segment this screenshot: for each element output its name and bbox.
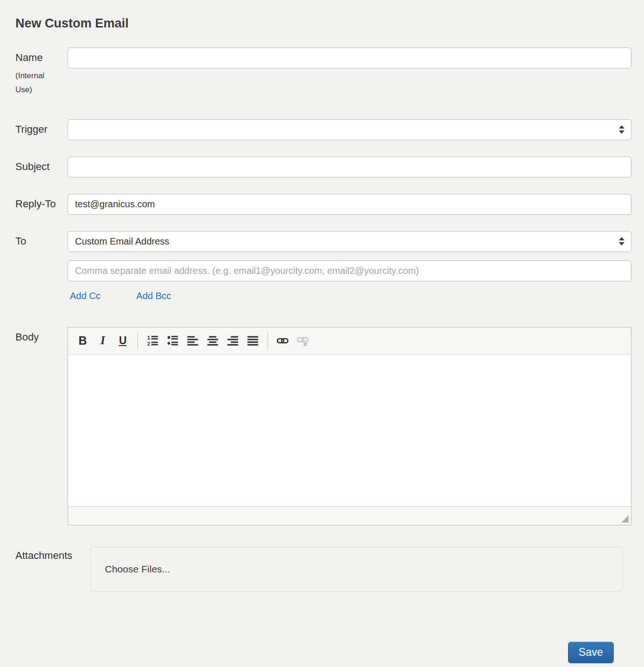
chevron-up-icon [619, 237, 624, 240]
name-sublabel: (Internal Use) [15, 69, 57, 97]
to-selected-value: Custom Email Address [75, 236, 169, 247]
name-label-text: Name [15, 52, 43, 63]
custom-email-input[interactable] [68, 260, 631, 281]
editor-toolbar: B I U 1 2 [68, 327, 631, 354]
chevron-down-icon [619, 242, 624, 245]
cc-bcc-links-row: Add Cc Add Bcc [15, 291, 631, 301]
svg-text:1: 1 [147, 335, 150, 340]
resize-grip-icon[interactable] [621, 515, 629, 523]
align-left-button[interactable] [183, 331, 203, 350]
remove-link-button[interactable] [293, 331, 313, 350]
subject-input[interactable] [68, 157, 631, 177]
trigger-label: Trigger [15, 119, 68, 136]
align-justify-icon [247, 335, 259, 347]
unlink-icon [296, 334, 309, 347]
underline-icon: U [119, 334, 127, 347]
select-arrows-icon [619, 237, 624, 245]
choose-files-label: Choose Files... [105, 564, 170, 575]
body-label: Body [15, 327, 68, 343]
toolbar-separator [137, 332, 138, 349]
underline-button[interactable]: U [113, 331, 133, 350]
name-input[interactable] [68, 48, 631, 68]
italic-button[interactable]: I [93, 331, 113, 350]
attachments-dropzone[interactable]: Choose Files... [90, 547, 623, 592]
reply-to-row: Reply-To [15, 194, 631, 215]
subject-row: Subject [15, 157, 631, 177]
reply-to-label: Reply-To [15, 194, 68, 210]
unordered-list-button[interactable] [163, 331, 183, 350]
to-select[interactable]: Custom Email Address [68, 231, 631, 252]
to-row: To Custom Email Address [15, 231, 631, 252]
chevron-up-icon [619, 125, 624, 129]
body-row: Body B I U 1 2 [15, 327, 631, 525]
custom-email-row [15, 260, 631, 281]
svg-text:2: 2 [147, 341, 150, 347]
to-label: To [15, 231, 68, 247]
bold-icon: B [78, 334, 87, 347]
trigger-row: Trigger [15, 119, 631, 140]
chevron-down-icon [619, 130, 624, 134]
body-content[interactable] [68, 354, 631, 506]
align-center-icon [207, 335, 219, 347]
attachments-row: Attachments Choose Files... [15, 547, 631, 592]
select-arrows-icon [619, 125, 624, 134]
new-custom-email-form: New Custom Email Name (Internal Use) Tri… [0, 0, 644, 663]
unordered-list-icon [167, 334, 179, 347]
editor-statusbar [68, 506, 631, 525]
ordered-list-button[interactable]: 1 2 [143, 331, 163, 350]
trigger-select[interactable] [68, 119, 631, 140]
save-button[interactable]: Save [568, 642, 614, 663]
align-left-icon [187, 335, 199, 347]
page-title: New Custom Email [15, 16, 631, 31]
add-cc-link[interactable]: Add Cc [70, 291, 101, 301]
name-label: Name (Internal Use) [15, 48, 68, 97]
toolbar-separator [267, 332, 268, 349]
align-right-icon [227, 335, 239, 347]
subject-label: Subject [15, 157, 68, 173]
add-bcc-link[interactable]: Add Bcc [137, 291, 171, 301]
link-icon [276, 334, 289, 347]
reply-to-input[interactable] [68, 194, 631, 215]
italic-icon: I [100, 334, 105, 347]
attachments-label: Attachments [15, 547, 90, 562]
align-center-button[interactable] [203, 331, 223, 350]
insert-link-button[interactable] [273, 331, 293, 350]
body-editor: B I U 1 2 [68, 327, 631, 525]
ordered-list-icon: 1 2 [147, 334, 159, 347]
bold-button[interactable]: B [73, 331, 93, 350]
align-justify-button[interactable] [243, 331, 263, 350]
align-right-button[interactable] [223, 331, 243, 350]
save-row: Save [15, 642, 631, 663]
name-row: Name (Internal Use) [15, 48, 631, 97]
